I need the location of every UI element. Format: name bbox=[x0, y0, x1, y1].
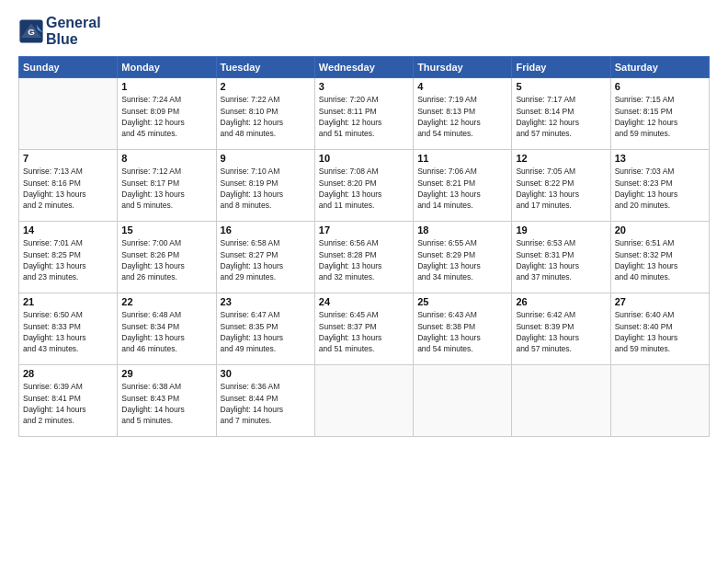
day-cell: 7Sunrise: 7:13 AM Sunset: 8:16 PM Daylig… bbox=[19, 150, 118, 222]
day-number: 3 bbox=[319, 81, 409, 92]
week-row-1: 7Sunrise: 7:13 AM Sunset: 8:16 PM Daylig… bbox=[19, 150, 710, 222]
weekday-saturday: Saturday bbox=[610, 57, 709, 78]
day-cell: 24Sunrise: 6:45 AM Sunset: 8:37 PM Dayli… bbox=[314, 293, 413, 365]
day-cell: 12Sunrise: 7:05 AM Sunset: 8:22 PM Dayli… bbox=[512, 150, 610, 222]
day-cell: 16Sunrise: 6:58 AM Sunset: 8:27 PM Dayli… bbox=[216, 222, 314, 293]
week-row-2: 14Sunrise: 7:01 AM Sunset: 8:25 PM Dayli… bbox=[19, 222, 710, 293]
day-info: Sunrise: 6:47 AM Sunset: 8:35 PM Dayligh… bbox=[221, 309, 311, 354]
weekday-sunday: Sunday bbox=[19, 57, 118, 78]
day-cell: 10Sunrise: 7:08 AM Sunset: 8:20 PM Dayli… bbox=[314, 150, 413, 222]
day-info: Sunrise: 6:58 AM Sunset: 8:27 PM Dayligh… bbox=[221, 237, 311, 282]
page: G General Blue SundayMondayTuesdayWednes… bbox=[0, 0, 728, 563]
day-number: 28 bbox=[23, 368, 113, 379]
day-info: Sunrise: 7:20 AM Sunset: 8:11 PM Dayligh… bbox=[319, 94, 409, 139]
day-number: 22 bbox=[121, 296, 211, 307]
day-info: Sunrise: 6:40 AM Sunset: 8:40 PM Dayligh… bbox=[615, 309, 705, 354]
day-info: Sunrise: 6:53 AM Sunset: 8:31 PM Dayligh… bbox=[516, 237, 606, 282]
day-info: Sunrise: 7:15 AM Sunset: 8:15 PM Dayligh… bbox=[615, 94, 705, 139]
day-cell: 29Sunrise: 6:38 AM Sunset: 8:43 PM Dayli… bbox=[118, 365, 216, 437]
day-info: Sunrise: 6:48 AM Sunset: 8:34 PM Dayligh… bbox=[121, 309, 211, 354]
week-row-0: 1Sunrise: 7:24 AM Sunset: 8:09 PM Daylig… bbox=[19, 78, 710, 150]
logo: G General Blue bbox=[18, 15, 101, 47]
day-info: Sunrise: 6:56 AM Sunset: 8:28 PM Dayligh… bbox=[319, 237, 409, 282]
day-cell: 21Sunrise: 6:50 AM Sunset: 8:33 PM Dayli… bbox=[19, 293, 118, 365]
day-cell: 20Sunrise: 6:51 AM Sunset: 8:32 PM Dayli… bbox=[610, 222, 709, 293]
day-number: 29 bbox=[121, 368, 211, 379]
day-info: Sunrise: 7:22 AM Sunset: 8:10 PM Dayligh… bbox=[221, 94, 311, 139]
day-info: Sunrise: 6:38 AM Sunset: 8:43 PM Dayligh… bbox=[121, 381, 211, 426]
day-number: 18 bbox=[417, 224, 507, 236]
weekday-wednesday: Wednesday bbox=[314, 57, 413, 78]
day-cell: 13Sunrise: 7:03 AM Sunset: 8:23 PM Dayli… bbox=[610, 150, 709, 222]
day-cell: 14Sunrise: 7:01 AM Sunset: 8:25 PM Dayli… bbox=[19, 222, 118, 293]
day-number: 25 bbox=[417, 296, 507, 307]
header: G General Blue bbox=[18, 15, 710, 47]
day-info: Sunrise: 6:45 AM Sunset: 8:37 PM Dayligh… bbox=[319, 309, 409, 354]
day-cell: 25Sunrise: 6:43 AM Sunset: 8:38 PM Dayli… bbox=[414, 293, 512, 365]
day-cell bbox=[610, 365, 709, 437]
day-cell: 17Sunrise: 6:56 AM Sunset: 8:28 PM Dayli… bbox=[314, 222, 413, 293]
day-info: Sunrise: 7:01 AM Sunset: 8:25 PM Dayligh… bbox=[23, 237, 113, 282]
day-info: Sunrise: 7:08 AM Sunset: 8:20 PM Dayligh… bbox=[319, 166, 409, 211]
day-cell: 5Sunrise: 7:17 AM Sunset: 8:14 PM Daylig… bbox=[512, 78, 610, 150]
day-info: Sunrise: 7:05 AM Sunset: 8:22 PM Dayligh… bbox=[516, 166, 606, 211]
logo-general: General bbox=[46, 15, 101, 31]
day-number: 2 bbox=[221, 81, 311, 92]
day-info: Sunrise: 7:24 AM Sunset: 8:09 PM Dayligh… bbox=[121, 94, 211, 139]
day-number: 19 bbox=[516, 224, 606, 236]
day-cell bbox=[414, 365, 512, 437]
day-cell: 11Sunrise: 7:06 AM Sunset: 8:21 PM Dayli… bbox=[414, 150, 512, 222]
day-number: 20 bbox=[615, 224, 705, 236]
day-info: Sunrise: 7:00 AM Sunset: 8:26 PM Dayligh… bbox=[121, 237, 211, 282]
day-cell bbox=[512, 365, 610, 437]
logo-icon: G bbox=[18, 18, 44, 44]
day-cell: 26Sunrise: 6:42 AM Sunset: 8:39 PM Dayli… bbox=[512, 293, 610, 365]
day-info: Sunrise: 6:36 AM Sunset: 8:44 PM Dayligh… bbox=[221, 381, 311, 426]
day-cell bbox=[19, 78, 118, 150]
day-info: Sunrise: 7:17 AM Sunset: 8:14 PM Dayligh… bbox=[516, 94, 606, 139]
day-number: 9 bbox=[221, 153, 311, 164]
day-info: Sunrise: 7:19 AM Sunset: 8:13 PM Dayligh… bbox=[417, 94, 507, 139]
logo-blue: Blue bbox=[46, 31, 101, 48]
day-number: 6 bbox=[615, 81, 705, 92]
day-cell: 4Sunrise: 7:19 AM Sunset: 8:13 PM Daylig… bbox=[414, 78, 512, 150]
day-number: 5 bbox=[516, 81, 606, 92]
day-cell: 15Sunrise: 7:00 AM Sunset: 8:26 PM Dayli… bbox=[118, 222, 216, 293]
day-info: Sunrise: 6:39 AM Sunset: 8:41 PM Dayligh… bbox=[23, 381, 113, 426]
day-number: 15 bbox=[121, 224, 211, 236]
weekday-tuesday: Tuesday bbox=[216, 57, 314, 78]
day-info: Sunrise: 6:51 AM Sunset: 8:32 PM Dayligh… bbox=[615, 237, 705, 282]
day-cell: 18Sunrise: 6:55 AM Sunset: 8:29 PM Dayli… bbox=[414, 222, 512, 293]
day-number: 1 bbox=[121, 81, 211, 92]
day-info: Sunrise: 7:13 AM Sunset: 8:16 PM Dayligh… bbox=[23, 166, 113, 211]
week-row-4: 28Sunrise: 6:39 AM Sunset: 8:41 PM Dayli… bbox=[19, 365, 710, 437]
day-cell: 22Sunrise: 6:48 AM Sunset: 8:34 PM Dayli… bbox=[118, 293, 216, 365]
day-number: 30 bbox=[221, 368, 311, 379]
day-cell: 19Sunrise: 6:53 AM Sunset: 8:31 PM Dayli… bbox=[512, 222, 610, 293]
day-cell: 28Sunrise: 6:39 AM Sunset: 8:41 PM Dayli… bbox=[19, 365, 118, 437]
day-info: Sunrise: 7:06 AM Sunset: 8:21 PM Dayligh… bbox=[417, 166, 507, 211]
day-cell: 1Sunrise: 7:24 AM Sunset: 8:09 PM Daylig… bbox=[118, 78, 216, 150]
day-number: 21 bbox=[23, 296, 113, 307]
day-number: 27 bbox=[615, 296, 705, 307]
day-info: Sunrise: 6:43 AM Sunset: 8:38 PM Dayligh… bbox=[417, 309, 507, 354]
day-info: Sunrise: 6:50 AM Sunset: 8:33 PM Dayligh… bbox=[23, 309, 113, 354]
day-info: Sunrise: 7:03 AM Sunset: 8:23 PM Dayligh… bbox=[615, 166, 705, 211]
day-cell bbox=[314, 365, 413, 437]
day-number: 4 bbox=[417, 81, 507, 92]
day-cell: 3Sunrise: 7:20 AM Sunset: 8:11 PM Daylig… bbox=[314, 78, 413, 150]
svg-text:G: G bbox=[28, 27, 35, 37]
weekday-monday: Monday bbox=[118, 57, 216, 78]
day-number: 7 bbox=[23, 153, 113, 164]
day-number: 8 bbox=[121, 153, 211, 164]
day-cell: 30Sunrise: 6:36 AM Sunset: 8:44 PM Dayli… bbox=[216, 365, 314, 437]
weekday-header-row: SundayMondayTuesdayWednesdayThursdayFrid… bbox=[19, 57, 710, 78]
calendar: SundayMondayTuesdayWednesdayThursdayFrid… bbox=[18, 56, 710, 437]
day-number: 24 bbox=[319, 296, 409, 307]
day-cell: 8Sunrise: 7:12 AM Sunset: 8:17 PM Daylig… bbox=[118, 150, 216, 222]
day-number: 23 bbox=[221, 296, 311, 307]
day-info: Sunrise: 6:42 AM Sunset: 8:39 PM Dayligh… bbox=[516, 309, 606, 354]
day-number: 13 bbox=[615, 153, 705, 164]
day-number: 14 bbox=[23, 224, 113, 236]
weekday-thursday: Thursday bbox=[414, 57, 512, 78]
